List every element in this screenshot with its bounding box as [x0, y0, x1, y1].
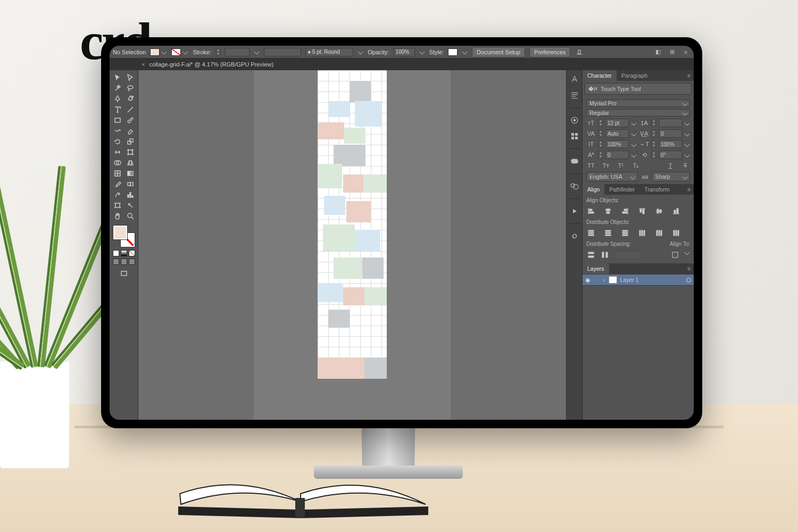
strikethrough-button[interactable]: T	[680, 161, 690, 170]
align-bottom-button[interactable]	[671, 207, 681, 215]
artwork-block[interactable]	[346, 201, 371, 222]
stroke-weight-stepper[interactable]: ▲▼	[215, 48, 221, 56]
artwork-block[interactable]	[323, 225, 355, 251]
links-panel-icon[interactable]	[570, 231, 579, 241]
gradient-tool[interactable]	[124, 168, 137, 179]
perspective-grid-tool[interactable]	[124, 157, 137, 168]
shaper-tool[interactable]	[111, 126, 124, 136]
artwork-block[interactable]	[343, 287, 364, 305]
canvas-area[interactable]	[138, 70, 566, 420]
color-mode-gradient[interactable]	[121, 250, 127, 256]
artwork-block[interactable]	[362, 257, 384, 279]
language-select[interactable]: English: USA	[586, 172, 638, 181]
small-caps-button[interactable]: Tᴛ	[601, 161, 611, 170]
draw-normal[interactable]	[113, 259, 119, 265]
target-indicator-icon[interactable]	[686, 278, 691, 282]
font-style-select[interactable]: Regular	[586, 109, 690, 117]
panel-menu-icon[interactable]: ≡	[684, 265, 694, 272]
rectangle-tool[interactable]	[111, 115, 124, 126]
artwork-block[interactable]	[343, 174, 364, 193]
distribute-top-button[interactable]	[586, 229, 596, 237]
artwork-block[interactable]	[328, 310, 350, 328]
font-size-field[interactable]: 12 pt	[605, 119, 629, 127]
artwork-block[interactable]	[334, 145, 365, 166]
tracking-field[interactable]: 0	[659, 129, 682, 138]
artwork-block[interactable]	[334, 257, 362, 279]
artwork-block[interactable]	[363, 174, 387, 193]
align-left-button[interactable]	[586, 207, 596, 215]
layer-row[interactable]: ◉ › Layer 1	[583, 274, 694, 286]
distribute-hcenter-button[interactable]	[654, 229, 664, 237]
subscript-button[interactable]: T₁	[631, 161, 641, 170]
hand-tool[interactable]	[111, 211, 124, 221]
color-panel-icon[interactable]	[570, 115, 579, 125]
touch-type-button[interactable]: �ሾ Touch Type Tool	[585, 83, 692, 95]
variable-width-profile[interactable]	[264, 48, 301, 56]
artwork-block[interactable]	[364, 358, 387, 379]
graphic-style-swatch[interactable]	[448, 48, 458, 56]
type-tool[interactable]	[111, 104, 124, 115]
document-tab[interactable]: collage-grid-F.ai* @ 4.17% (RGB/GPU Prev…	[149, 61, 273, 68]
chevron-down-icon[interactable]	[254, 49, 260, 55]
line-segment-tool[interactable]	[124, 104, 137, 115]
distribute-bottom-button[interactable]	[620, 229, 630, 237]
rotate-tool[interactable]	[111, 136, 124, 147]
kerning-field[interactable]: Auto	[605, 129, 629, 138]
draw-inside[interactable]	[129, 259, 135, 265]
font-size-stepper[interactable]: ▲▼	[598, 119, 603, 127]
selection-tool[interactable]	[111, 72, 124, 83]
expand-layer-icon[interactable]: ›	[603, 277, 605, 283]
distribute-hspacing-button[interactable]	[600, 251, 610, 259]
scale-tool[interactable]	[124, 136, 137, 147]
tab-pathfinder[interactable]: Pathfinder	[604, 184, 639, 195]
align-right-button[interactable]	[620, 207, 630, 215]
mesh-tool[interactable]	[111, 168, 124, 179]
artwork-block[interactable]	[355, 101, 381, 127]
curvature-tool[interactable]	[124, 94, 137, 104]
distribute-vcenter-button[interactable]	[603, 229, 613, 237]
draw-behind[interactable]	[121, 259, 127, 265]
artwork-block[interactable]	[364, 287, 387, 305]
symbol-sprayer-tool[interactable]	[111, 189, 124, 200]
distribute-vspacing-button[interactable]	[586, 251, 596, 259]
tab-paragraph[interactable]: Paragraph	[617, 70, 652, 81]
close-tab-icon[interactable]: ×	[142, 61, 145, 68]
brush-definition[interactable]: ● 5 pt. Round	[305, 48, 353, 56]
artwork-block[interactable]	[318, 358, 364, 379]
tab-character[interactable]: Character	[583, 70, 617, 81]
shape-builder-tool[interactable]	[111, 157, 124, 168]
stroke-swatch[interactable]	[171, 48, 181, 56]
fill-stroke-indicator[interactable]	[112, 225, 136, 248]
artboard-tool[interactable]	[111, 200, 124, 211]
antialias-select[interactable]: Sharp	[652, 172, 690, 181]
leading-stepper[interactable]: ▲▼	[651, 119, 656, 127]
all-caps-button[interactable]: TT	[586, 161, 596, 170]
char-rotation-field[interactable]: 0°	[659, 151, 682, 159]
preferences-button[interactable]: Preferences	[529, 47, 570, 57]
magic-wand-tool[interactable]	[111, 83, 124, 94]
free-transform-tool[interactable]	[124, 147, 137, 157]
color-mode-solid[interactable]	[113, 250, 119, 256]
artwork-block[interactable]	[324, 196, 345, 215]
zoom-tool[interactable]	[124, 211, 137, 221]
width-tool[interactable]	[111, 147, 124, 157]
actions-panel-icon[interactable]	[570, 206, 579, 216]
artwork-block[interactable]	[318, 164, 342, 188]
underline-button[interactable]: T	[666, 161, 675, 170]
visibility-toggle-icon[interactable]: ◉	[585, 277, 592, 283]
layer-name[interactable]: Layer 1	[620, 277, 639, 283]
artwork-block[interactable]	[328, 101, 350, 117]
panel-menu-icon[interactable]: ≡	[684, 186, 694, 193]
opacity-field[interactable]: 100%	[394, 48, 415, 56]
align-hcenter-button[interactable]	[603, 207, 613, 215]
artboard[interactable]	[318, 70, 387, 379]
artwork-block[interactable]	[355, 230, 380, 251]
fill-swatch-group[interactable]	[150, 48, 167, 56]
blend-tool[interactable]	[124, 179, 137, 189]
superscript-button[interactable]: T¹	[616, 161, 626, 170]
arrange-documents-icon[interactable]: ⊞	[667, 48, 677, 56]
screen-mode-icon[interactable]: ◧	[653, 48, 663, 56]
stroke-weight-field[interactable]	[225, 48, 250, 56]
distribute-right-button[interactable]	[671, 229, 681, 237]
direct-selection-tool[interactable]	[124, 72, 137, 83]
